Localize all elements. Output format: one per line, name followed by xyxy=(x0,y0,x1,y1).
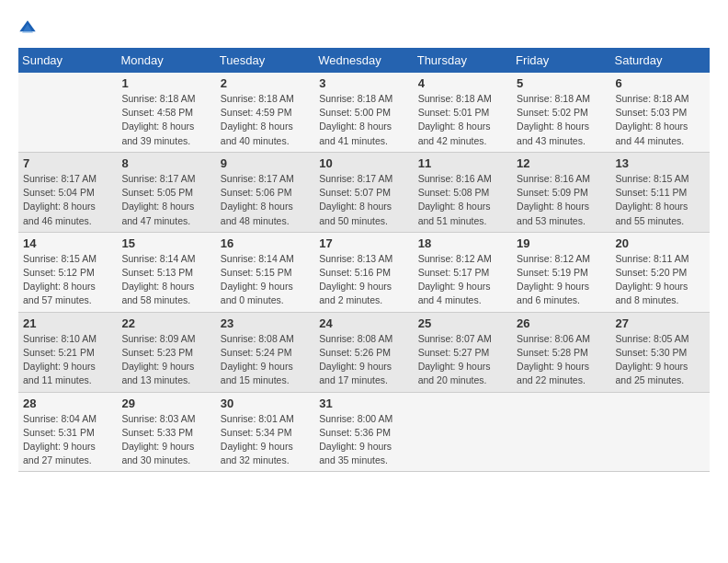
day-number: 20 xyxy=(616,236,705,250)
calendar-cell: 23Sunrise: 8:08 AMSunset: 5:24 PMDayligh… xyxy=(216,312,314,392)
weekday-header-row: SundayMondayTuesdayWednesdayThursdayFrid… xyxy=(18,48,710,73)
calendar-week-row: 21Sunrise: 8:10 AMSunset: 5:21 PMDayligh… xyxy=(18,312,710,392)
day-number: 13 xyxy=(616,156,705,170)
day-info: Sunrise: 8:10 AMSunset: 5:21 PMDaylight:… xyxy=(23,332,112,388)
day-info: Sunrise: 8:08 AMSunset: 5:26 PMDaylight:… xyxy=(319,332,408,388)
calendar-cell: 27Sunrise: 8:05 AMSunset: 5:30 PMDayligh… xyxy=(611,312,710,392)
weekday-header-thursday: Thursday xyxy=(414,48,512,73)
day-info: Sunrise: 8:18 AMSunset: 4:58 PMDaylight:… xyxy=(121,92,210,148)
day-info: Sunrise: 8:17 AMSunset: 5:05 PMDaylight:… xyxy=(121,172,210,228)
day-number: 5 xyxy=(517,76,606,90)
calendar-cell: 20Sunrise: 8:11 AMSunset: 5:20 PMDayligh… xyxy=(611,232,710,312)
day-number: 31 xyxy=(319,396,408,410)
calendar-cell: 21Sunrise: 8:10 AMSunset: 5:21 PMDayligh… xyxy=(18,312,117,392)
day-number: 14 xyxy=(23,236,112,250)
calendar-cell: 4Sunrise: 8:18 AMSunset: 5:01 PMDaylight… xyxy=(414,73,512,152)
calendar-cell: 6Sunrise: 8:18 AMSunset: 5:03 PMDaylight… xyxy=(611,73,710,152)
day-info: Sunrise: 8:15 AMSunset: 5:11 PMDaylight:… xyxy=(616,172,705,228)
day-info: Sunrise: 8:17 AMSunset: 5:06 PMDaylight:… xyxy=(221,172,310,228)
day-number: 8 xyxy=(121,156,210,170)
calendar-cell: 30Sunrise: 8:01 AMSunset: 5:34 PMDayligh… xyxy=(216,392,314,472)
day-info: Sunrise: 8:18 AMSunset: 4:59 PMDaylight:… xyxy=(221,92,310,148)
calendar-cell: 3Sunrise: 8:18 AMSunset: 5:00 PMDaylight… xyxy=(314,73,413,152)
day-number: 17 xyxy=(319,236,408,250)
weekday-header-sunday: Sunday xyxy=(18,48,117,73)
calendar-cell: 17Sunrise: 8:13 AMSunset: 5:16 PMDayligh… xyxy=(314,232,413,312)
day-number: 12 xyxy=(517,156,606,170)
day-number: 27 xyxy=(616,316,705,330)
day-number: 9 xyxy=(221,156,310,170)
day-info: Sunrise: 8:11 AMSunset: 5:20 PMDaylight:… xyxy=(616,252,705,308)
day-info: Sunrise: 8:17 AMSunset: 5:04 PMDaylight:… xyxy=(23,172,112,228)
calendar-cell: 13Sunrise: 8:15 AMSunset: 5:11 PMDayligh… xyxy=(611,152,710,232)
day-info: Sunrise: 8:12 AMSunset: 5:19 PMDaylight:… xyxy=(517,252,606,308)
day-info: Sunrise: 8:18 AMSunset: 5:02 PMDaylight:… xyxy=(517,92,606,148)
calendar-cell: 28Sunrise: 8:04 AMSunset: 5:31 PMDayligh… xyxy=(18,392,117,472)
day-number: 7 xyxy=(23,156,112,170)
day-number: 30 xyxy=(221,396,310,410)
day-number: 24 xyxy=(319,316,408,330)
day-info: Sunrise: 8:17 AMSunset: 5:07 PMDaylight:… xyxy=(319,172,408,228)
day-info: Sunrise: 8:07 AMSunset: 5:27 PMDaylight:… xyxy=(418,332,507,388)
calendar-cell: 14Sunrise: 8:15 AMSunset: 5:12 PMDayligh… xyxy=(18,232,117,312)
day-number: 19 xyxy=(517,236,606,250)
calendar-cell: 7Sunrise: 8:17 AMSunset: 5:04 PMDaylight… xyxy=(18,152,117,232)
calendar-cell: 26Sunrise: 8:06 AMSunset: 5:28 PMDayligh… xyxy=(512,312,610,392)
day-number: 3 xyxy=(319,76,408,90)
calendar-cell: 10Sunrise: 8:17 AMSunset: 5:07 PMDayligh… xyxy=(314,152,413,232)
day-info: Sunrise: 8:01 AMSunset: 5:34 PMDaylight:… xyxy=(221,412,310,468)
day-number: 2 xyxy=(221,76,310,90)
calendar-cell: 19Sunrise: 8:12 AMSunset: 5:19 PMDayligh… xyxy=(512,232,610,312)
day-number: 26 xyxy=(517,316,606,330)
calendar-cell: 1Sunrise: 8:18 AMSunset: 4:58 PMDaylight… xyxy=(117,73,215,152)
day-info: Sunrise: 8:16 AMSunset: 5:09 PMDaylight:… xyxy=(517,172,606,228)
day-number: 1 xyxy=(121,76,210,90)
day-info: Sunrise: 8:18 AMSunset: 5:00 PMDaylight:… xyxy=(319,92,408,148)
day-info: Sunrise: 8:00 AMSunset: 5:36 PMDaylight:… xyxy=(319,412,408,468)
calendar-cell: 31Sunrise: 8:00 AMSunset: 5:36 PMDayligh… xyxy=(314,392,413,472)
calendar-cell xyxy=(414,392,512,472)
day-info: Sunrise: 8:05 AMSunset: 5:30 PMDaylight:… xyxy=(616,332,705,388)
weekday-header-saturday: Saturday xyxy=(611,48,710,73)
calendar-cell: 29Sunrise: 8:03 AMSunset: 5:33 PMDayligh… xyxy=(117,392,215,472)
day-info: Sunrise: 8:15 AMSunset: 5:12 PMDaylight:… xyxy=(23,252,112,308)
logo xyxy=(18,18,40,39)
day-number: 15 xyxy=(121,236,210,250)
calendar-week-row: 1Sunrise: 8:18 AMSunset: 4:58 PMDaylight… xyxy=(18,73,710,152)
calendar-cell: 2Sunrise: 8:18 AMSunset: 4:59 PMDaylight… xyxy=(216,73,314,152)
day-number: 22 xyxy=(121,316,210,330)
day-number: 16 xyxy=(221,236,310,250)
calendar-cell xyxy=(611,392,710,472)
calendar-week-row: 14Sunrise: 8:15 AMSunset: 5:12 PMDayligh… xyxy=(18,232,710,312)
day-info: Sunrise: 8:13 AMSunset: 5:16 PMDaylight:… xyxy=(319,252,408,308)
calendar-cell: 9Sunrise: 8:17 AMSunset: 5:06 PMDaylight… xyxy=(216,152,314,232)
day-info: Sunrise: 8:16 AMSunset: 5:08 PMDaylight:… xyxy=(418,172,507,228)
calendar-cell xyxy=(18,73,117,152)
calendar-cell: 24Sunrise: 8:08 AMSunset: 5:26 PMDayligh… xyxy=(314,312,413,392)
calendar-cell: 5Sunrise: 8:18 AMSunset: 5:02 PMDaylight… xyxy=(512,73,610,152)
logo-icon xyxy=(18,19,37,38)
page-header xyxy=(18,18,710,39)
calendar-cell: 16Sunrise: 8:14 AMSunset: 5:15 PMDayligh… xyxy=(216,232,314,312)
day-number: 29 xyxy=(121,396,210,410)
day-info: Sunrise: 8:08 AMSunset: 5:24 PMDaylight:… xyxy=(221,332,310,388)
day-number: 4 xyxy=(418,76,507,90)
day-number: 18 xyxy=(418,236,507,250)
day-number: 28 xyxy=(23,396,112,410)
day-number: 21 xyxy=(23,316,112,330)
day-number: 10 xyxy=(319,156,408,170)
calendar-cell: 22Sunrise: 8:09 AMSunset: 5:23 PMDayligh… xyxy=(117,312,215,392)
day-number: 23 xyxy=(221,316,310,330)
calendar-week-row: 7Sunrise: 8:17 AMSunset: 5:04 PMDaylight… xyxy=(18,152,710,232)
calendar-cell: 25Sunrise: 8:07 AMSunset: 5:27 PMDayligh… xyxy=(414,312,512,392)
weekday-header-tuesday: Tuesday xyxy=(216,48,314,73)
day-number: 11 xyxy=(418,156,507,170)
day-info: Sunrise: 8:09 AMSunset: 5:23 PMDaylight:… xyxy=(121,332,210,388)
calendar-cell: 8Sunrise: 8:17 AMSunset: 5:05 PMDaylight… xyxy=(117,152,215,232)
day-info: Sunrise: 8:03 AMSunset: 5:33 PMDaylight:… xyxy=(121,412,210,468)
calendar-cell: 12Sunrise: 8:16 AMSunset: 5:09 PMDayligh… xyxy=(512,152,610,232)
calendar-body: 1Sunrise: 8:18 AMSunset: 4:58 PMDaylight… xyxy=(18,73,710,472)
day-info: Sunrise: 8:18 AMSunset: 5:03 PMDaylight:… xyxy=(616,92,705,148)
calendar-header: SundayMondayTuesdayWednesdayThursdayFrid… xyxy=(18,48,710,73)
calendar-table: SundayMondayTuesdayWednesdayThursdayFrid… xyxy=(18,48,710,472)
